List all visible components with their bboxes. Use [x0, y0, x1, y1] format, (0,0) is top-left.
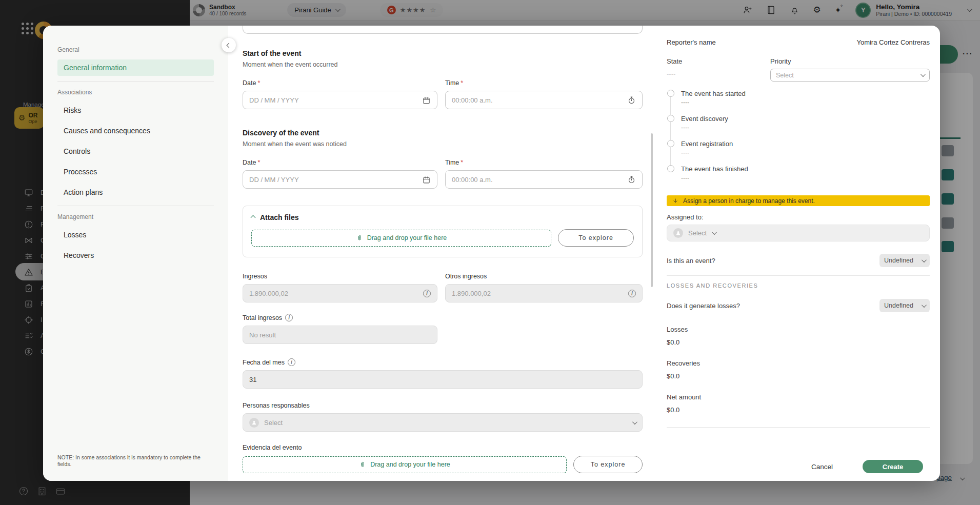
evidence-dropzone[interactable]: Drag and drop your file here [243, 456, 567, 473]
fecha-del-mes-input[interactable]: 31 [243, 370, 643, 389]
losses-label: Losses [667, 326, 930, 333]
evidencia-label: Evidencia del evento [243, 444, 643, 451]
info-icon[interactable]: i [628, 290, 636, 297]
attach-files-card: Attach files Drag and drop your file her… [243, 206, 643, 257]
net-amount-label: Net amount [667, 393, 930, 401]
divider [57, 81, 214, 82]
arrow-down-icon [672, 198, 678, 204]
nav-note: NOTE: In some associations it is mandato… [57, 454, 211, 468]
start-title: Start of the event [243, 49, 643, 57]
person-icon [673, 228, 683, 238]
assign-warning-banner: Assign a person in charge to manage this… [667, 195, 930, 206]
required-mark: * [461, 79, 463, 87]
divider [57, 206, 214, 206]
chevron-up-icon[interactable] [251, 215, 256, 220]
ingresos-label: Ingresos [243, 273, 437, 280]
event-timeline: The event has started---- Event discover… [667, 90, 930, 190]
nav-item-causes[interactable]: Causes and consequences [57, 123, 214, 139]
calendar-icon[interactable] [422, 175, 431, 184]
otros-ingresos-input[interactable]: 1.890.000,02 i [445, 284, 643, 302]
priority-label: Priority [770, 57, 930, 65]
chevron-down-icon [921, 72, 926, 77]
generates-losses-label: Does it generate losses? [667, 302, 740, 310]
time-label: Time [445, 79, 459, 87]
info-icon[interactable]: i [423, 290, 431, 297]
nav-item-controls[interactable]: Controls [57, 143, 214, 159]
personas-responsables-select[interactable]: Select [243, 413, 643, 432]
to-explore-button[interactable]: To explore [558, 229, 634, 247]
modal-form-column: Start of the event Moment when the event… [228, 26, 653, 481]
total-ingresos-input[interactable]: No result [243, 326, 437, 344]
timeline-item: Event registration---- [667, 140, 930, 165]
time-label: Time [445, 159, 459, 166]
assigned-to-select[interactable]: Select [667, 225, 930, 241]
required-mark: * [257, 79, 260, 87]
date-label: Date [243, 79, 256, 87]
radio-circle-icon[interactable] [667, 115, 674, 122]
state-value: ---- [667, 70, 770, 77]
to-explore-button[interactable]: To explore [573, 456, 643, 473]
generates-losses-select[interactable]: Undefined [879, 299, 930, 312]
nav-section-associations: Associations [57, 89, 214, 96]
nav-item-processes[interactable]: Processes [57, 164, 214, 180]
radio-circle-icon[interactable] [667, 90, 674, 97]
reporter-label: Reporter's name [667, 38, 716, 46]
nav-section-general: General [57, 46, 214, 53]
required-mark: * [461, 159, 463, 166]
priority-select[interactable]: Select [770, 69, 930, 82]
calendar-icon[interactable] [422, 96, 431, 105]
is-event-select[interactable]: Undefined [879, 254, 930, 267]
radio-circle-icon[interactable] [667, 140, 674, 147]
divider [667, 275, 930, 276]
chevron-down-icon [922, 257, 927, 262]
attach-files-title: Attach files [260, 213, 298, 221]
discovery-date-input[interactable]: DD / MM / YYYY [243, 170, 437, 189]
collapse-panel-button[interactable] [222, 38, 236, 52]
losses-value: $0.0 [667, 338, 930, 346]
modal-nav-panel: General General information Associations… [43, 26, 228, 481]
truncated-field[interactable] [243, 26, 643, 34]
losses-section-label: LOSSES AND RECOVERIES [667, 282, 930, 289]
ingresos-input[interactable]: 1.890.000,02 i [243, 284, 437, 302]
otros-ingresos-label: Otros ingresos [445, 273, 643, 280]
reporter-value: Yomira Cortez Contreras [856, 38, 930, 46]
person-icon [249, 418, 259, 428]
chevron-down-icon [922, 302, 927, 308]
state-label: State [667, 57, 770, 65]
nav-item-general-information[interactable]: General information [57, 59, 214, 76]
start-subtitle: Moment when the event occurred [243, 61, 643, 68]
radio-circle-icon[interactable] [667, 165, 674, 172]
required-mark: * [257, 159, 260, 166]
create-button[interactable]: Create [863, 460, 923, 473]
timeline-item: The event has started---- [667, 90, 930, 115]
nav-item-action-plans[interactable]: Action plans [57, 184, 214, 200]
scrollbar-thumb[interactable] [651, 133, 653, 287]
chevron-down-icon [712, 230, 717, 235]
divider [667, 427, 930, 428]
nav-item-recovers[interactable]: Recovers [57, 247, 214, 264]
file-dropzone[interactable]: Drag and drop your file here [251, 230, 551, 247]
personas-responsables-label: Personas responsables [243, 402, 643, 409]
discovery-time-input[interactable]: 00:00:00 a.m. [445, 170, 643, 189]
net-amount-value: $0.0 [667, 406, 930, 414]
assigned-to-label: Assigned to: [667, 213, 930, 221]
nav-item-risks[interactable]: Risks [57, 102, 214, 118]
paperclip-icon [356, 234, 363, 243]
start-date-input[interactable]: DD / MM / YYYY [243, 91, 437, 109]
info-icon[interactable]: i [285, 314, 293, 321]
start-time-input[interactable]: 00:00:00 a.m. [445, 91, 643, 109]
recoveries-label: Recoveries [667, 359, 930, 367]
is-event-label: Is this an event? [667, 257, 715, 265]
timeline-item: Event discovery---- [667, 115, 930, 140]
fecha-del-mes-label: Fecha del mes [243, 359, 285, 366]
clock-icon[interactable] [627, 96, 636, 105]
info-icon[interactable]: i [288, 358, 295, 366]
clock-icon[interactable] [627, 175, 636, 184]
date-label: Date [243, 159, 256, 166]
discovery-title: Discovery of the event [243, 129, 643, 137]
nav-item-losses[interactable]: Losses [57, 227, 214, 243]
cancel-button[interactable]: Cancel [811, 463, 833, 471]
chevron-left-icon [226, 43, 231, 48]
total-ingresos-label: Total ingresos [243, 314, 282, 321]
modal-footer: Cancel Create [811, 460, 923, 473]
